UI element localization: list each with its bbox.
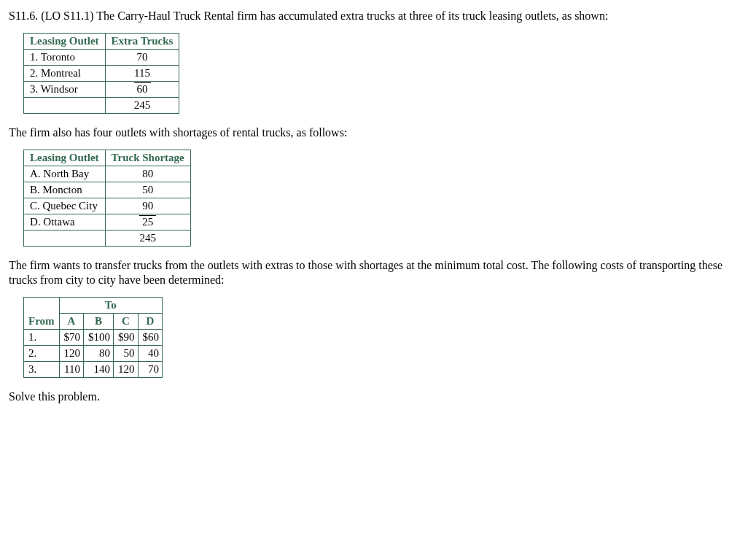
cost-value: 50: [114, 346, 139, 362]
empty-cell: [24, 230, 106, 246]
cost-from: 3.: [24, 362, 60, 378]
cost-from: 1.: [24, 330, 60, 346]
table-row: A. North Bay 80: [24, 166, 191, 182]
table-row: B. Moncton 50: [24, 182, 191, 198]
cost-value: 120: [59, 346, 84, 362]
demand-table: Leasing Outlet Truck Shortage A. North B…: [23, 150, 191, 247]
cost-value: 110: [59, 362, 84, 378]
supply-header-outlet: Leasing Outlet: [24, 33, 106, 49]
problem-lo: (LO S11.1): [41, 9, 93, 22]
demand-header-outlet: Leasing Outlet: [24, 150, 106, 166]
cost-value: $70: [59, 330, 84, 346]
table-row: 1. $70 $100 $90 $60: [24, 330, 163, 346]
cost-value: $100: [84, 330, 114, 346]
demand-value: 25: [105, 214, 190, 230]
cost-col-d: D: [138, 314, 163, 330]
table-row: D. Ottawa 25: [24, 214, 191, 230]
cost-value: 40: [138, 346, 163, 362]
supply-value: 115: [105, 65, 179, 81]
cost-table: To From A B C D 1. $70 $100 $90 $60 2. 1…: [23, 297, 163, 378]
table-row: C. Quebec City 90: [24, 198, 191, 214]
demand-value: 90: [105, 198, 190, 214]
supply-value: 60: [105, 81, 179, 97]
problem-intro-text: The Carry-Haul Truck Rental firm has acc…: [96, 9, 608, 22]
demand-outlet: D. Ottawa: [24, 214, 106, 230]
solve-instruction: Solve this problem.: [9, 390, 747, 405]
demand-outlet: A. North Bay: [24, 166, 106, 182]
supply-outlet: 3. Windsor: [24, 81, 106, 97]
table-row: 245: [24, 230, 191, 246]
supply-table: Leasing Outlet Extra Trucks 1. Toronto 7…: [23, 33, 179, 114]
supply-total: 245: [105, 97, 179, 113]
supply-outlet: 2. Montreal: [24, 65, 106, 81]
table-row: 3. Windsor 60: [24, 81, 179, 97]
cost-value: 80: [84, 346, 114, 362]
problem-number: S11.6.: [9, 9, 38, 22]
cost-value: 120: [114, 362, 139, 378]
table-row: 2. 120 80 50 40: [24, 346, 163, 362]
cost-value: $60: [138, 330, 163, 346]
demand-outlet: C. Quebec City: [24, 198, 106, 214]
demand-value: 50: [105, 182, 190, 198]
cost-from-header: From: [24, 314, 60, 330]
demand-header-shortage: Truck Shortage: [105, 150, 190, 166]
empty-header: [24, 298, 60, 314]
cost-value: $90: [114, 330, 139, 346]
table-row: 2. Montreal 115: [24, 65, 179, 81]
table-row: 1. Toronto 70: [24, 49, 179, 65]
cost-col-b: B: [84, 314, 114, 330]
cost-col-a: A: [59, 314, 84, 330]
demand-total: 245: [105, 230, 190, 246]
cost-col-c: C: [114, 314, 139, 330]
cost-to-header: To: [59, 298, 163, 314]
supply-value: 70: [105, 49, 179, 65]
empty-cell: [24, 97, 106, 113]
demand-intro: The firm also has four outlets with shor…: [9, 125, 747, 141]
problem-intro: S11.6. (LO S11.1) The Carry-Haul Truck R…: [9, 9, 747, 24]
cost-from: 2.: [24, 346, 60, 362]
demand-value: 80: [105, 166, 190, 182]
cost-intro: The firm wants to transfer trucks from t…: [9, 258, 747, 289]
demand-outlet: B. Moncton: [24, 182, 106, 198]
cost-value: 140: [84, 362, 114, 378]
table-row: 3. 110 140 120 70: [24, 362, 163, 378]
supply-outlet: 1. Toronto: [24, 49, 106, 65]
table-row: 245: [24, 97, 179, 113]
supply-header-trucks: Extra Trucks: [105, 33, 179, 49]
cost-value: 70: [138, 362, 163, 378]
